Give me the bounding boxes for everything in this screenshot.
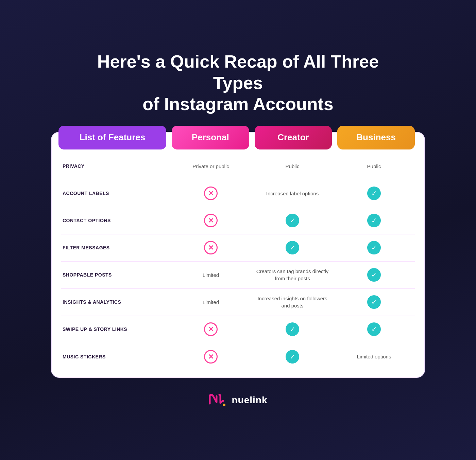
check-icon: ✓: [367, 187, 381, 200]
check-icon: ✓: [286, 241, 299, 254]
cell-creator-0: Public: [252, 153, 333, 180]
comparison-table: List of Features Personal Creator Busine…: [51, 132, 425, 378]
cell-business-7: Limited options: [333, 343, 415, 370]
cell-feature-7: MUSIC STICKERS: [61, 343, 170, 370]
cell-text: Limited options: [357, 353, 391, 360]
cell-personal-6: ✕: [170, 316, 252, 343]
cell-creator-5: Increased insights on followers and post…: [252, 289, 333, 316]
cell-personal-2: ✕: [170, 207, 252, 234]
table-row: INSIGHTS & ANALYTICSLimitedIncreased ins…: [61, 289, 415, 316]
cell-personal-3: ✕: [170, 234, 252, 261]
cell-feature-4: SHOPPABLE POSTS: [61, 262, 170, 288]
check-icon: ✓: [367, 268, 381, 282]
table-row: SHOPPABLE POSTSLimitedCreators can tag b…: [61, 262, 415, 289]
table-header: List of Features Personal Creator Busine…: [52, 126, 424, 149]
svg-point-0: [223, 404, 225, 406]
check-icon: ✓: [367, 295, 381, 309]
cell-business-5: ✓: [333, 289, 415, 316]
table-row: ACCOUNT LABELS✕Increased label options✓: [61, 180, 415, 207]
cell-business-6: ✓: [333, 316, 415, 343]
x-icon: ✕: [204, 241, 218, 254]
cell-feature-2: CONTACT OPTIONS: [61, 207, 170, 234]
cell-creator-7: ✓: [252, 343, 333, 370]
header-features: List of Features: [58, 126, 166, 149]
x-icon: ✕: [204, 187, 218, 200]
cell-business-4: ✓: [333, 262, 415, 288]
table-row: FILTER MESSAGES✕✓✓: [61, 234, 415, 262]
cell-creator-3: ✓: [252, 234, 333, 261]
check-icon: ✓: [286, 350, 299, 364]
cell-personal-0: Private or public: [170, 153, 252, 180]
check-icon: ✓: [286, 214, 299, 227]
page-title: Here's a Quick Recap of All Three Types …: [85, 51, 391, 114]
check-icon: ✓: [367, 322, 381, 336]
table-row: CONTACT OPTIONS✕✓✓: [61, 207, 415, 234]
check-icon: ✓: [367, 241, 381, 254]
logo-text: nuelink: [232, 395, 267, 406]
cell-personal-5: Limited: [170, 289, 252, 316]
cell-business-0: Public: [333, 153, 415, 180]
cell-feature-0: PRIVACY: [61, 153, 170, 180]
cell-text: Public: [367, 163, 381, 170]
cell-text: Private or public: [192, 163, 229, 170]
cell-text: Increased label options: [266, 190, 319, 197]
header-personal: Personal: [172, 126, 249, 149]
cell-creator-1: Increased label options: [252, 180, 333, 207]
cell-personal-4: Limited: [170, 262, 252, 288]
header-creator: Creator: [255, 126, 332, 149]
x-icon: ✕: [204, 350, 218, 364]
cell-creator-4: Creators can tag brands directly from th…: [252, 262, 333, 288]
logo-area: nuelink: [208, 391, 267, 409]
table-row: SWIPE UP & STORY LINKS✕✓✓: [61, 316, 415, 343]
cell-text: Increased insights on followers and post…: [256, 295, 329, 309]
cell-text: Limited: [203, 299, 219, 306]
cell-feature-3: FILTER MESSAGES: [61, 234, 170, 261]
header-business: Business: [337, 126, 415, 149]
cell-personal-1: ✕: [170, 180, 252, 207]
logo-icon: [208, 391, 227, 409]
cell-text: Creators can tag brands directly from th…: [256, 268, 329, 282]
check-icon: ✓: [367, 214, 381, 227]
x-icon: ✕: [204, 322, 218, 336]
table-row: PRIVACYPrivate or publicPublicPublic: [61, 153, 415, 180]
x-icon: ✕: [204, 214, 218, 227]
cell-business-1: ✓: [333, 180, 415, 207]
cell-feature-6: SWIPE UP & STORY LINKS: [61, 316, 170, 343]
cell-creator-6: ✓: [252, 316, 333, 343]
cell-business-2: ✓: [333, 207, 415, 234]
cell-feature-1: ACCOUNT LABELS: [61, 180, 170, 207]
cell-feature-5: INSIGHTS & ANALYTICS: [61, 289, 170, 316]
cell-business-3: ✓: [333, 234, 415, 261]
cell-creator-2: ✓: [252, 207, 333, 234]
cell-personal-7: ✕: [170, 343, 252, 370]
cell-text: Public: [286, 163, 300, 170]
table-row: MUSIC STICKERS✕✓Limited options: [61, 343, 415, 370]
cell-text: Limited: [203, 271, 219, 279]
table-body: PRIVACYPrivate or publicPublicPublicACCO…: [52, 153, 424, 377]
check-icon: ✓: [286, 322, 299, 336]
